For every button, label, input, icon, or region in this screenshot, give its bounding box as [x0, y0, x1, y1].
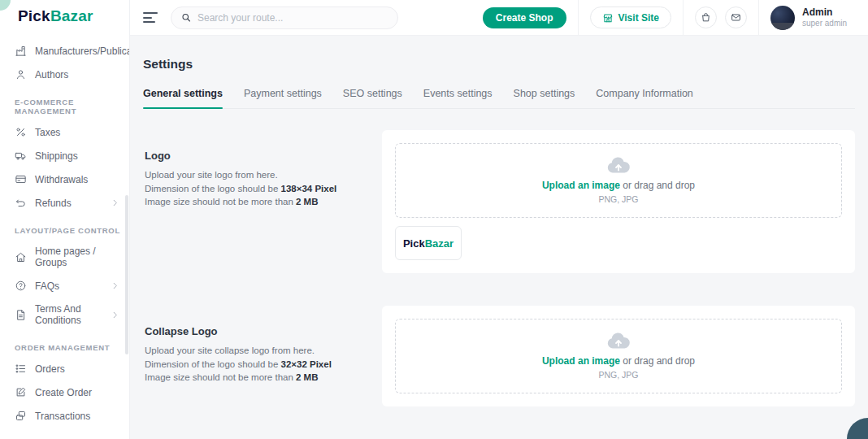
settings-page: Settings General settingsPayment setting…	[130, 36, 868, 439]
visit-site-button[interactable]: Visit Site	[590, 7, 671, 28]
avatar	[770, 6, 795, 30]
sidebar-item-refunds[interactable]: Refunds	[0, 191, 129, 215]
factory-icon	[15, 45, 27, 57]
app-window: PickBazar Manufacturers/PublicationsAuth…	[0, 0, 868, 439]
create-shop-button[interactable]: Create Shop	[483, 7, 566, 28]
tab-seo-settings[interactable]: SEO settings	[343, 88, 402, 108]
sidebar-item-manufacturers-publications[interactable]: Manufacturers/Publications	[0, 39, 129, 63]
tab-company-information[interactable]: Company Information	[596, 88, 693, 108]
sidebar-section-header: Order Management	[0, 332, 129, 357]
topbar-actions: Create Shop Visit Site	[471, 0, 858, 35]
logo-card: Upload an image or drag and drop PNG, JP…	[382, 130, 855, 273]
truck-icon	[15, 150, 27, 162]
percent-icon	[15, 126, 27, 138]
collapse-logo-section: Collapse Logo Upload your site collapse …	[143, 306, 855, 406]
user-name: Admin	[802, 7, 847, 18]
sidebar-section-header: Layout/Page Control	[0, 215, 129, 240]
logo-desc-line: Image size should not be more than 2 MB	[145, 195, 358, 209]
collapse-logo-heading: Collapse Logo	[145, 325, 358, 337]
sidebar-item-home-pages-groups[interactable]: Home pages / Groups	[0, 240, 129, 274]
sidebar-item-label: Refunds	[35, 198, 72, 209]
sidebar-item-label: Authors	[35, 69, 68, 80]
upload-image-link[interactable]: Upload an image	[542, 180, 620, 191]
menu-toggle-icon[interactable]	[143, 12, 158, 23]
sidebar-item-label: Home pages / Groups	[35, 246, 119, 268]
sidebar-item-taxes[interactable]: Taxes	[0, 120, 129, 144]
sidebar-item-transactions[interactable]: Transactions	[0, 404, 129, 428]
upload-formats: PNG, JPG	[598, 194, 638, 204]
help-circle-icon	[15, 280, 27, 292]
messages-button[interactable]	[725, 7, 747, 28]
tab-shop-settings[interactable]: Shop settings	[514, 88, 575, 108]
tab-events-settings[interactable]: Events settings	[423, 88, 493, 108]
list-icon	[15, 363, 27, 375]
envelope-icon	[731, 12, 741, 23]
sidebar-item-label: Withdrawals	[35, 174, 88, 185]
refund-icon	[15, 197, 27, 209]
sidebar: PickBazar Manufacturers/PublicationsAuth…	[0, 0, 130, 439]
search-input[interactable]	[197, 12, 388, 24]
chevron-right-icon	[111, 281, 119, 290]
search-bar[interactable]	[171, 7, 398, 29]
collapse-logo-desc-line: Upload your site collapse logo from here…	[145, 344, 358, 358]
bag-icon	[701, 12, 711, 23]
chevron-right-icon	[111, 198, 119, 207]
collapse-logo-card: Upload an image or drag and drop PNG, JP…	[382, 306, 855, 406]
sidebar-item-faqs[interactable]: FAQs	[0, 274, 129, 298]
sidebar-item-label: Transactions	[35, 411, 90, 422]
edit-icon	[15, 386, 27, 398]
visit-site-label: Visit Site	[618, 12, 659, 24]
sidebar-item-create-order[interactable]: Create Order	[0, 380, 129, 404]
sidebar-item-label: Terms And Conditions	[35, 303, 102, 326]
sidebar-item-withdrawals[interactable]: Withdrawals	[0, 167, 129, 191]
page-title: Settings	[143, 57, 855, 72]
cloud-upload-icon	[606, 155, 631, 175]
upload-instructions: Upload an image or drag and drop	[542, 180, 695, 191]
chevron-right-icon	[111, 311, 119, 319]
document-icon	[15, 309, 27, 321]
storefront-icon	[602, 12, 614, 24]
collapse-logo-upload-dropzone[interactable]: Upload an image or drag and drop PNG, JP…	[395, 319, 842, 393]
logo-upload-dropzone[interactable]: Upload an image or drag and drop PNG, JP…	[395, 143, 842, 218]
brand-logo[interactable]: PickBazar	[0, 0, 129, 33]
sidebar-item-shippings[interactable]: Shippings	[0, 144, 129, 167]
upload-formats: PNG, JPG	[598, 370, 638, 380]
brand-primary: Pick	[18, 7, 50, 25]
logo-desc-line: Dimension of the logo should be 138×34 P…	[145, 182, 358, 196]
sidebar-scrollbar[interactable]	[125, 195, 128, 354]
collapse-logo-desc-line: Dimension of the logo should be 32×32 Pi…	[145, 358, 358, 372]
card-icon	[15, 173, 27, 185]
upload-image-link[interactable]: Upload an image	[542, 355, 620, 367]
sidebar-section-header: E-commerce Management	[0, 86, 129, 120]
sidebar-item-label: Shippings	[35, 150, 78, 162]
user-role: super admin	[802, 19, 847, 28]
main-column: Create Shop Visit Site	[130, 0, 868, 439]
cloud-upload-icon	[606, 331, 631, 350]
topbar: Create Shop Visit Site	[130, 0, 868, 36]
logo-heading: Logo	[145, 150, 358, 162]
author-icon	[15, 68, 27, 80]
upload-instructions: Upload an image or drag and drop	[542, 355, 695, 367]
sidebar-item-terms-and-conditions[interactable]: Terms And Conditions	[0, 298, 129, 332]
tab-general-settings[interactable]: General settings	[143, 88, 223, 108]
logo-desc-line: Upload your site logo from here.	[145, 168, 358, 182]
tab-payment-settings[interactable]: Payment settings	[244, 88, 322, 108]
sidebar-item-label: Orders	[35, 363, 65, 375]
logo-thumbnail[interactable]: PickBazar	[395, 226, 462, 260]
home-icon	[15, 251, 27, 263]
search-icon	[181, 12, 191, 23]
sidebar-nav: Manufacturers/PublicationsAuthorsE-comme…	[0, 33, 129, 439]
collapse-logo-desc-line: Image size should not be more than 2 MB	[145, 371, 358, 385]
settings-tabs: General settingsPayment settingsSEO sett…	[143, 88, 855, 109]
sidebar-item-label: Taxes	[35, 127, 60, 138]
transactions-icon	[15, 410, 27, 422]
sidebar-item-label: Manufacturers/Publications	[35, 46, 129, 57]
sidebar-item-label: Create Order	[35, 387, 92, 398]
logo-section: Logo Upload your site logo from here. Di…	[143, 130, 855, 273]
sidebar-section-header: User Control	[0, 428, 129, 439]
user-menu[interactable]: Admin super admin	[770, 6, 847, 30]
shop-bag-button[interactable]	[695, 7, 717, 28]
sidebar-item-authors[interactable]: Authors	[0, 63, 129, 86]
brand-secondary: Bazar	[50, 7, 93, 25]
sidebar-item-orders[interactable]: Orders	[0, 357, 129, 380]
